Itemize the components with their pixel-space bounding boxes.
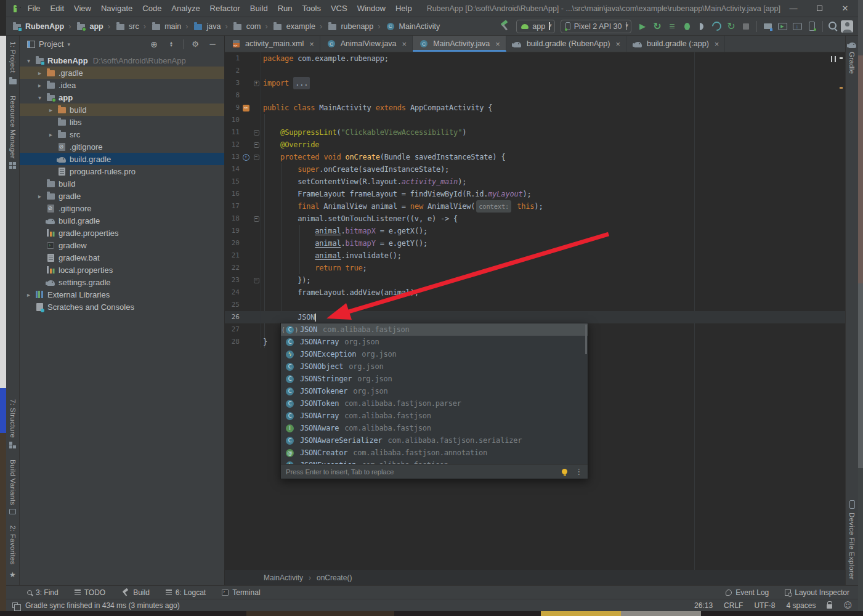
code-editor[interactable]: 1 package com.example.rubenapp; 2 (225, 52, 845, 570)
tree-item[interactable]: proguard-rules.pro (20, 165, 224, 177)
tree-expand-arrow[interactable]: ▾ (23, 57, 34, 64)
avatar[interactable] (841, 20, 853, 33)
menu-item[interactable]: Navigate (96, 0, 137, 17)
tree-expand-arrow[interactable]: ▸ (46, 107, 56, 113)
more-options-icon[interactable]: ⋮ (575, 467, 583, 476)
tool-window-button[interactable]: 1: Project (9, 36, 17, 90)
breadcrumb-item[interactable]: onCreate() (317, 573, 352, 582)
breadcrumb-item[interactable]: MainActivity (385, 22, 440, 31)
breadcrumb-item[interactable]: main (150, 22, 192, 31)
settings-gear-icon[interactable]: ⚙ (188, 38, 202, 51)
encoding-indicator[interactable]: UTF-8 (754, 601, 775, 610)
apply-changes-icon[interactable] (650, 19, 665, 34)
popup-scrollbar[interactable] (585, 325, 587, 354)
hide-panel-icon[interactable]: ─ (206, 38, 219, 51)
editor-tab[interactable]: MainActivity.java × (413, 36, 506, 52)
fold-toggle-icon[interactable] (254, 118, 259, 123)
completion-item[interactable]: C JSONStringer org.json (281, 373, 588, 385)
menu-item[interactable]: Tools (298, 0, 326, 17)
window-layout-icon[interactable] (12, 602, 18, 608)
menu-item[interactable]: Run (273, 0, 298, 17)
editor-tab[interactable]: AnimalView.java × (320, 36, 413, 52)
completion-item[interactable]: @ JSONCreator com.alibaba.fastjson.annot… (281, 447, 588, 459)
code-line[interactable]: 19 animal.bitmapX = e.getX(); (225, 225, 845, 237)
completion-item[interactable]: C JSON com.alibaba.fastjson (281, 323, 588, 336)
tree-expand-arrow[interactable]: ▸ (34, 82, 45, 89)
fold-toggle-icon[interactable] (254, 204, 259, 209)
code-line[interactable]: 23 }); (225, 274, 845, 286)
menu-item[interactable]: Code (137, 0, 166, 17)
tree-item[interactable]: ▸ src (20, 128, 224, 140)
code-line[interactable]: 13 protected void onCreate(Bundle savedI… (225, 151, 845, 163)
avd-manager-icon[interactable] (775, 19, 790, 34)
face-icon[interactable]: ☺ (843, 601, 852, 610)
fold-toggle-icon[interactable] (254, 315, 259, 320)
breadcrumb-item[interactable]: RubenApp (11, 22, 76, 31)
tool-window-button[interactable]: 2: Favorites (9, 520, 17, 585)
tree-item[interactable]: Scratches and Consoles (20, 301, 224, 313)
tool-window-button[interactable]: Build Variants (9, 454, 17, 520)
code-line[interactable]: 22 return true; (225, 262, 845, 274)
menu-item[interactable]: Build (245, 0, 273, 17)
fold-toggle-icon[interactable] (254, 81, 259, 86)
run-configuration-select[interactable]: app ▾ (516, 20, 554, 33)
tool-window-button[interactable]: Build (121, 588, 150, 597)
completion-item[interactable]: C JSONArray com.alibaba.fastjson (281, 410, 588, 422)
close-icon[interactable]: × (402, 39, 407, 49)
menu-item[interactable]: Edit (46, 0, 69, 17)
code-line[interactable]: 10 (225, 114, 845, 126)
build-hammer-icon[interactable] (498, 19, 513, 34)
breadcrumb-item[interactable]: MainActivity (264, 573, 317, 582)
tree-expand-arrow[interactable]: ▸ (23, 291, 34, 298)
tree-item[interactable]: ▸ build (20, 103, 224, 116)
layout-validation-icon[interactable] (804, 19, 819, 34)
fold-toggle-icon[interactable] (254, 327, 259, 333)
fold-toggle-icon[interactable] (254, 167, 259, 172)
tree-item[interactable]: ▸ External Libraries (20, 288, 224, 301)
close-button[interactable]: ✕ (832, 0, 858, 17)
code-line[interactable]: 25 (225, 299, 845, 311)
fold-toggle-icon[interactable] (254, 93, 259, 99)
toolbar-divider[interactable] (822, 21, 823, 32)
menu-item[interactable]: View (69, 0, 96, 17)
fold-toggle-icon[interactable] (254, 229, 259, 234)
fold-toggle-icon[interactable] (254, 68, 259, 74)
run-icon[interactable] (635, 19, 650, 34)
tree-item[interactable]: gradlew (20, 239, 224, 251)
code-line[interactable]: 18 animal.setOnTouchListener((v, e) -> { (225, 213, 845, 225)
lightbulb-icon[interactable] (562, 469, 567, 474)
code-line[interactable]: 2 (225, 65, 845, 77)
device-manager-icon[interactable] (760, 19, 775, 34)
completion-item[interactable]: C JSONAwareSerializer com.alibaba.fastjs… (281, 434, 588, 447)
tool-window-button[interactable]: Layout Inspector (785, 588, 849, 597)
apply-code-changes-icon[interactable] (665, 19, 679, 34)
profiler-icon[interactable] (709, 19, 724, 34)
completion-item[interactable]: C JSONArray org.json (281, 336, 588, 348)
completion-item[interactable]: C JSONToken com.alibaba.fastjson.parser (281, 397, 588, 410)
code-line[interactable]: 24 frameLayout.addView(animal); (225, 286, 845, 299)
coverage-icon[interactable] (694, 19, 709, 34)
code-line[interactable]: 12 @Override (225, 139, 845, 151)
tool-window-button[interactable]: Device File Explorer (848, 495, 856, 585)
debug-icon[interactable] (679, 19, 694, 34)
tree-item[interactable]: settings.gradle (20, 276, 224, 288)
breadcrumb-item[interactable]: java (193, 22, 232, 31)
completion-item[interactable]: I JSONAware com.alibaba.fastjson (281, 422, 588, 434)
fold-toggle-icon[interactable] (254, 216, 259, 222)
code-line[interactable]: 21 animal.invalidate(); (225, 249, 845, 262)
editor-tab[interactable]: build.gradle (:app) × (626, 36, 725, 52)
tool-window-button[interactable]: 7: Structure (9, 394, 17, 454)
fold-toggle-icon[interactable] (254, 155, 259, 160)
tool-window-button[interactable]: 6: Logcat (166, 588, 206, 597)
fold-toggle-icon[interactable] (254, 130, 259, 136)
code-line[interactable]: 15 setContentView(R.layout.activity_main… (225, 176, 845, 188)
tool-window-button[interactable]: Event Log (726, 588, 769, 597)
tree-item[interactable]: ▸ .gradle (20, 67, 224, 79)
code-line[interactable]: 16 FrameLayout frameLayout = findViewByI… (225, 188, 845, 200)
fold-toggle-icon[interactable] (254, 105, 259, 111)
code-line[interactable]: 26 JSON (225, 311, 845, 323)
sdk-manager-icon[interactable] (790, 19, 804, 34)
code-line[interactable]: 8 (225, 89, 845, 102)
menu-item[interactable]: Help (391, 0, 417, 17)
tree-item[interactable]: .gitignore (20, 140, 224, 153)
